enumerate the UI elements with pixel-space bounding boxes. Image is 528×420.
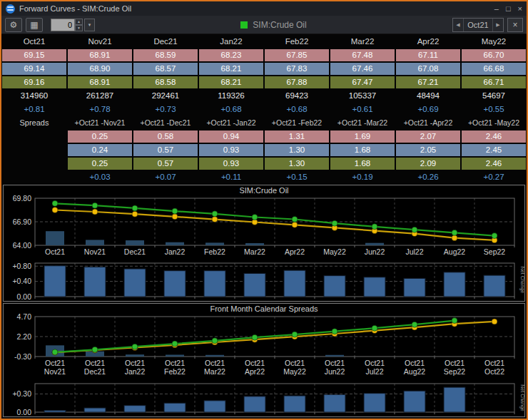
svg-text:Oct21: Oct21 xyxy=(405,359,425,367)
svg-text:Nov21: Nov21 xyxy=(84,247,106,256)
price-cell[interactable]: 66.68 xyxy=(462,63,526,75)
price-cell[interactable]: 68.91 xyxy=(68,49,132,61)
svg-text:Oct21: Oct21 xyxy=(85,359,105,367)
price-cell[interactable]: 68.21 xyxy=(199,76,263,88)
price-cell[interactable]: 68.59 xyxy=(133,49,198,61)
spread-cell[interactable]: 2.46 xyxy=(462,130,526,143)
spread-cell[interactable]: 1.31 xyxy=(265,130,329,143)
spread-cell[interactable]: 1.30 xyxy=(265,158,329,170)
app-window: Forward Curves - SIM:Crude Oil – □ × ⚙ ▦… xyxy=(0,0,528,420)
price-cell[interactable]: 67.47 xyxy=(330,76,395,88)
spread-header: +Oct21 -May22 xyxy=(462,117,526,129)
next-month-button[interactable]: ▶ xyxy=(493,19,503,31)
month-header: Mar22 xyxy=(330,36,395,48)
price-chart: 69.8066.9064.00Oct21Nov21Dec21Jan22Feb22… xyxy=(4,195,527,261)
svg-text:Oct21: Oct21 xyxy=(245,359,265,367)
price-cell[interactable]: 68.21 xyxy=(199,63,263,75)
price-cell[interactable]: 67.11 xyxy=(396,49,460,61)
price-cell[interactable]: 68.23 xyxy=(199,49,263,61)
net-change-cell: +0.68 xyxy=(199,103,263,116)
spreads-label: Spreads xyxy=(2,117,66,129)
svg-text:Apr22: Apr22 xyxy=(245,367,265,376)
spread-cell[interactable]: 1.69 xyxy=(330,130,395,143)
net-change-cell: +0.61 xyxy=(330,103,395,116)
toolbar-close-button[interactable]: × xyxy=(507,18,523,32)
spread-cell[interactable]: 2.07 xyxy=(396,130,460,143)
spread-cell[interactable]: 0.58 xyxy=(133,130,198,143)
price-cell[interactable]: 67.83 xyxy=(265,63,329,75)
price-cell[interactable]: 68.91 xyxy=(68,76,132,88)
price-cell[interactable]: 69.16 xyxy=(2,76,66,88)
month-header: Nov21 xyxy=(68,36,132,48)
spread-cell[interactable]: 0.57 xyxy=(133,158,198,170)
price-cell[interactable]: 68.57 xyxy=(133,63,198,75)
spread-cell[interactable]: 0.24 xyxy=(68,144,132,156)
spinner-dropdown-button[interactable]: ▾ xyxy=(84,19,95,31)
spread-cell[interactable]: 2.45 xyxy=(462,144,526,156)
spread-chart-title: Front Month Calendar Spreads xyxy=(4,304,524,314)
maximize-button[interactable]: □ xyxy=(506,4,511,14)
svg-text:Mar22: Mar22 xyxy=(244,247,265,256)
spread-header: +Oct21 -Mar22 xyxy=(330,117,395,129)
svg-text:Jul22: Jul22 xyxy=(405,247,423,256)
spread-cell[interactable]: 0.57 xyxy=(133,144,198,156)
price-cell[interactable]: 67.08 xyxy=(396,63,460,75)
spread-cell[interactable]: 0.94 xyxy=(199,130,263,143)
svg-text:64.00: 64.00 xyxy=(13,241,31,250)
price-cell[interactable]: 67.88 xyxy=(265,76,329,88)
svg-text:Oct21: Oct21 xyxy=(125,359,145,367)
spread-cell[interactable]: 2.46 xyxy=(462,158,526,170)
volume-cell: 54697 xyxy=(462,90,526,102)
spread-cell[interactable]: 0.93 xyxy=(199,144,263,156)
svg-text:Net Change: Net Change xyxy=(519,267,525,293)
spread-cell[interactable]: 0.93 xyxy=(199,158,263,170)
dropdown-caret-icon: ▾ xyxy=(88,22,91,28)
price-cell[interactable]: 66.70 xyxy=(462,49,526,61)
spread-cell[interactable]: 2.05 xyxy=(396,144,460,156)
price-cell[interactable]: 68.90 xyxy=(68,63,132,75)
grid-icon: ▦ xyxy=(30,20,38,30)
spread-cell[interactable]: 1.68 xyxy=(330,144,395,156)
svg-text:+0.30: +0.30 xyxy=(12,389,31,398)
svg-text:0.00: 0.00 xyxy=(17,408,32,416)
spread-cell[interactable]: 1.68 xyxy=(330,158,395,170)
minimize-button[interactable]: – xyxy=(494,4,499,14)
spread-cell[interactable]: 0.25 xyxy=(68,130,132,143)
price-cell[interactable]: 68.58 xyxy=(133,76,198,88)
instrument-label: SIM:Crude Oil xyxy=(253,20,306,30)
forward-curve-table: Oct21Nov21Dec21Jan22Feb22Mar22Apr22May22… xyxy=(1,34,527,185)
net-change-cell: +0.81 xyxy=(2,103,66,116)
spread-cell[interactable]: 1.30 xyxy=(265,144,329,156)
price-cell[interactable]: 67.46 xyxy=(330,63,395,75)
svg-text:Aug22: Aug22 xyxy=(404,367,426,376)
svg-text:Jan22: Jan22 xyxy=(125,367,146,376)
price-cell[interactable]: 66.71 xyxy=(462,76,526,88)
spread-header: +Oct21 -Dec21 xyxy=(133,117,198,129)
price-cell[interactable]: 67.85 xyxy=(265,49,329,61)
spin-down-button[interactable]: ▼ xyxy=(75,25,83,31)
svg-text:Sep22: Sep22 xyxy=(444,367,466,376)
grid-view-button[interactable]: ▦ xyxy=(26,18,43,32)
depth-spinner: ▲ ▼ ▾ xyxy=(51,19,95,31)
title-bar[interactable]: Forward Curves - SIM:Crude Oil – □ × xyxy=(1,1,527,16)
svg-text:Net Change: Net Change xyxy=(519,384,525,411)
spread-chart: 4.702.20-0.30Oct21Nov21Oct21Dec21Oct21Ja… xyxy=(4,314,527,382)
price-cell[interactable]: 69.15 xyxy=(2,49,66,61)
close-button[interactable]: × xyxy=(518,4,522,14)
price-cell[interactable]: 69.14 xyxy=(2,63,66,75)
gear-icon: ⚙ xyxy=(10,20,18,30)
svg-text:+0.40: +0.40 xyxy=(12,277,31,285)
net-change-cell: +0.73 xyxy=(133,103,198,116)
svg-text:Nov21: Nov21 xyxy=(44,367,66,376)
spread-cell[interactable]: 2.09 xyxy=(396,158,460,170)
svg-text:Mar22: Mar22 xyxy=(204,367,225,376)
price-cell[interactable]: 67.21 xyxy=(396,76,460,88)
settings-button[interactable]: ⚙ xyxy=(5,18,22,32)
chevron-right-icon: ▶ xyxy=(496,22,499,28)
spin-up-button[interactable]: ▲ xyxy=(75,19,83,25)
price-cell[interactable]: 67.48 xyxy=(330,49,395,61)
spread-cell[interactable]: 0.25 xyxy=(68,158,132,170)
depth-spinner-input[interactable] xyxy=(51,19,75,31)
net-change-cell: +0.27 xyxy=(462,171,526,183)
prev-month-button[interactable]: ◀ xyxy=(453,19,463,31)
